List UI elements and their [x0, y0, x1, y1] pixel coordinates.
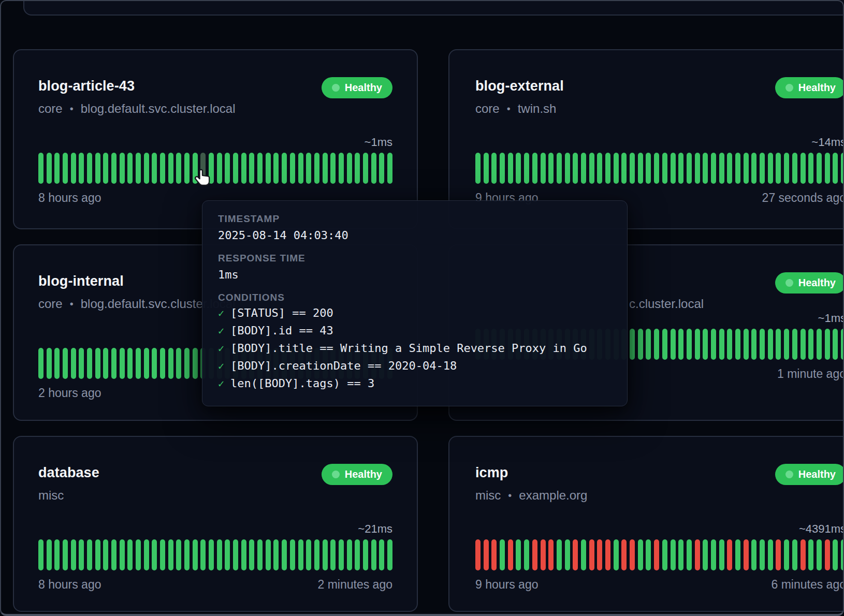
uptime-bar[interactable] [136, 348, 141, 379]
uptime-bar[interactable] [630, 539, 635, 570]
uptime-bar[interactable] [735, 329, 740, 360]
uptime-bar[interactable] [614, 153, 619, 184]
uptime-bar[interactable] [168, 539, 173, 570]
uptime-bar[interactable] [630, 329, 635, 360]
uptime-bar[interactable] [687, 539, 692, 570]
uptime-bar[interactable] [63, 153, 68, 184]
uptime-bar[interactable] [103, 153, 108, 184]
uptime-bar[interactable] [193, 539, 198, 570]
uptime-bar[interactable] [751, 539, 756, 570]
uptime-bar[interactable] [646, 153, 651, 184]
uptime-bar[interactable] [817, 329, 822, 360]
uptime-bar[interactable] [532, 153, 537, 184]
uptime-bar[interactable] [751, 153, 756, 184]
uptime-bar[interactable] [841, 539, 844, 570]
uptime-bar[interactable] [825, 539, 830, 570]
uptime-bar[interactable] [347, 539, 352, 570]
uptime-bar[interactable] [209, 539, 214, 570]
uptime-bar[interactable] [516, 539, 521, 570]
uptime-bar[interactable] [784, 329, 789, 360]
uptime-bar[interactable] [363, 153, 368, 184]
uptime-bar[interactable] [678, 329, 683, 360]
uptime-bar[interactable] [621, 539, 627, 570]
uptime-bar[interactable] [760, 329, 765, 360]
uptime-bar[interactable] [233, 539, 238, 570]
uptime-bar[interactable] [687, 153, 692, 184]
uptime-bar[interactable] [678, 539, 683, 570]
uptime-bar[interactable] [144, 348, 149, 379]
uptime-bar[interactable] [266, 153, 271, 184]
uptime-bar[interactable] [168, 348, 173, 379]
uptime-bar[interactable] [71, 539, 76, 570]
uptime-bar[interactable] [79, 539, 84, 570]
uptime-bar[interactable] [127, 348, 133, 379]
uptime-bar[interactable] [557, 153, 562, 184]
uptime-bar[interactable] [306, 539, 311, 570]
uptime-bar[interactable] [249, 539, 254, 570]
uptime-bar[interactable] [38, 539, 43, 570]
uptime-bar[interactable] [87, 539, 92, 570]
uptime-bar[interactable] [120, 348, 125, 379]
uptime-bar[interactable] [500, 539, 505, 570]
uptime-bar[interactable] [484, 539, 489, 570]
uptime-bar[interactable] [282, 539, 287, 570]
uptime-bar[interactable] [120, 539, 125, 570]
uptime-bar[interactable] [160, 348, 165, 379]
uptime-bar[interactable] [711, 539, 716, 570]
uptime-bar[interactable] [792, 539, 797, 570]
uptime-bar[interactable] [646, 539, 651, 570]
uptime-bar[interactable] [176, 539, 181, 570]
uptime-bar[interactable] [257, 153, 263, 184]
uptime-bar[interactable] [614, 539, 619, 570]
uptime-bar[interactable] [266, 539, 271, 570]
uptime-bar[interactable] [833, 539, 838, 570]
uptime-bar[interactable] [768, 153, 773, 184]
uptime-bar[interactable] [695, 539, 700, 570]
uptime-bar[interactable] [541, 539, 546, 570]
uptime-bar[interactable] [760, 153, 765, 184]
uptime-bar[interactable] [711, 153, 716, 184]
uptime-bar[interactable] [160, 539, 165, 570]
uptime-bar[interactable] [662, 329, 667, 360]
uptime-bar[interactable] [817, 153, 822, 184]
uptime-bar[interactable] [379, 539, 384, 570]
uptime-bar[interactable] [200, 539, 206, 570]
uptime-bar[interactable] [671, 153, 676, 184]
uptime-bar[interactable] [339, 153, 344, 184]
uptime-bar[interactable] [257, 539, 263, 570]
uptime-bar[interactable] [825, 329, 830, 360]
uptime-bar[interactable] [541, 153, 546, 184]
uptime-bar[interactable] [703, 539, 708, 570]
uptime-bar[interactable] [95, 153, 100, 184]
uptime-bar[interactable] [678, 153, 683, 184]
uptime-bar[interactable] [557, 539, 562, 570]
uptime-bars[interactable] [38, 539, 392, 570]
uptime-bar[interactable] [379, 153, 384, 184]
uptime-bar[interactable] [225, 153, 230, 184]
uptime-bar[interactable] [38, 153, 43, 184]
uptime-bar[interactable] [47, 539, 52, 570]
uptime-bar[interactable] [760, 539, 765, 570]
uptime-bar[interactable] [273, 539, 279, 570]
uptime-bar[interactable] [727, 539, 732, 570]
uptime-bar[interactable] [808, 329, 813, 360]
uptime-bar[interactable] [491, 153, 497, 184]
uptime-bar[interactable] [168, 153, 173, 184]
uptime-bar[interactable] [314, 539, 319, 570]
uptime-bar[interactable] [801, 539, 806, 570]
uptime-bar[interactable] [111, 539, 117, 570]
uptime-bar[interactable] [776, 329, 781, 360]
uptime-bar[interactable] [371, 153, 376, 184]
uptime-bar[interactable] [491, 539, 497, 570]
uptime-bar[interactable] [387, 539, 392, 570]
uptime-bar[interactable] [290, 153, 295, 184]
uptime-bar[interactable] [695, 153, 700, 184]
uptime-bar[interactable] [355, 153, 360, 184]
uptime-bar[interactable] [282, 153, 287, 184]
uptime-bar[interactable] [597, 539, 602, 570]
uptime-bar[interactable] [241, 153, 246, 184]
uptime-bar[interactable] [152, 348, 157, 379]
uptime-bar[interactable] [817, 539, 822, 570]
uptime-bar[interactable] [63, 348, 68, 379]
uptime-bar[interactable] [548, 539, 554, 570]
